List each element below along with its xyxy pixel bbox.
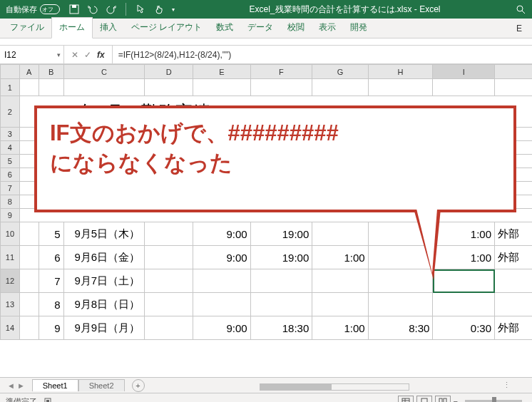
- sheet-tab-bar: ◄ ► Sheet1 Sheet2 + ⋮: [0, 377, 532, 393]
- row-9[interactable]: 9: [1, 209, 20, 222]
- svg-point-2: [517, 6, 523, 11]
- col-A[interactable]: A: [19, 65, 39, 79]
- annotation-callout: IF文のおかげで、######### にならなくなった: [34, 105, 516, 212]
- window-title: Excel_残業時間の合計を計算するには.xlsx - Excel: [175, 4, 515, 16]
- svg-rect-9: [421, 398, 427, 402]
- sheet-options-icon[interactable]: ⋮: [503, 381, 532, 390]
- macro-record-icon[interactable]: [44, 396, 54, 402]
- col-B[interactable]: B: [39, 65, 63, 79]
- svg-rect-11: [444, 398, 446, 402]
- row-11[interactable]: 11: [1, 246, 20, 269]
- status-bar: 準備完了 −: [0, 393, 532, 402]
- autosave-toggle[interactable]: 自動保存 オフ: [3, 4, 63, 15]
- column-headers: A B C D E F G H I: [1, 65, 533, 79]
- tab-data[interactable]: データ: [240, 18, 280, 38]
- view-pagelayout-icon[interactable]: [416, 396, 432, 402]
- cancel-icon[interactable]: ✕: [71, 50, 78, 60]
- tab-developer[interactable]: 開発: [343, 18, 374, 38]
- svg-rect-1: [72, 5, 76, 8]
- undo-icon[interactable]: [87, 4, 98, 15]
- row-13[interactable]: 13: [1, 293, 20, 316]
- row-2[interactable]: 2: [1, 96, 20, 128]
- row-4[interactable]: 4: [1, 141, 20, 155]
- col-E[interactable]: E: [193, 65, 250, 79]
- tab-insert[interactable]: 挿入: [93, 18, 124, 38]
- col-F[interactable]: F: [250, 65, 312, 79]
- view-normal-icon[interactable]: [398, 396, 414, 402]
- hscroll[interactable]: [260, 383, 409, 391]
- row-5[interactable]: 5: [1, 155, 20, 168]
- status-ready: 準備完了: [6, 396, 37, 403]
- row-14[interactable]: 14: [1, 316, 20, 340]
- row-1[interactable]: 1: [1, 79, 20, 96]
- sheet-next-icon[interactable]: ►: [17, 381, 25, 390]
- table-row: 14 9 9月9日（月） 9:00 18:30 1:00 8:30 0:30 外…: [1, 316, 533, 340]
- tab-file[interactable]: ファイル: [3, 18, 51, 38]
- row-6[interactable]: 6: [1, 168, 20, 182]
- col-G[interactable]: G: [312, 65, 368, 79]
- quick-access-toolbar: ▾: [68, 3, 175, 16]
- col-blank[interactable]: [495, 65, 533, 79]
- row-10[interactable]: 10: [1, 222, 20, 246]
- row-8[interactable]: 8: [1, 195, 20, 209]
- ribbon-tabs: ファイル ホーム 挿入 ページ レイアウト 数式 データ 校閲 表示 開発 E: [0, 19, 532, 38]
- sheet-tab-2[interactable]: Sheet2: [78, 379, 125, 391]
- enter-icon[interactable]: ✓: [84, 50, 91, 60]
- title-bar: 自動保存 オフ ▾ Excel_残業時間の合計を計算するには.xlsx - Ex…: [0, 0, 532, 19]
- zoom-out-icon[interactable]: −: [454, 397, 458, 402]
- table-row: 12 7 9月7日（土）: [1, 269, 533, 293]
- search-icon[interactable]: [515, 4, 526, 15]
- ribbon-right-letter: E: [509, 20, 529, 38]
- col-H[interactable]: H: [368, 65, 433, 79]
- col-C[interactable]: C: [63, 65, 144, 79]
- formula-bar: I12 ✕ ✓ fx =IF(H12>(8/24),H12-(8/24),""): [0, 46, 532, 64]
- tab-home[interactable]: ホーム: [51, 17, 93, 38]
- callout-line1: IF文のおかげで、#########: [50, 118, 501, 148]
- redo-icon[interactable]: [106, 4, 117, 15]
- save-icon[interactable]: [68, 4, 80, 15]
- formula-input[interactable]: =IF(H12>(8/24),H12-(8/24),""): [113, 46, 532, 63]
- svg-line-3: [522, 11, 525, 14]
- tab-review[interactable]: 校閲: [280, 18, 312, 38]
- worksheet-grid[interactable]: A B C D E F G H I 1 2 2019年9月の勤務実績 3 4 5…: [0, 64, 532, 377]
- row-12[interactable]: 12: [1, 269, 20, 293]
- table-row: 11 6 9月6日（金） 9:00 19:00 1:00 1:00 外部: [1, 246, 533, 269]
- col-D[interactable]: D: [145, 65, 193, 79]
- selected-cell[interactable]: [433, 269, 495, 293]
- add-sheet-button[interactable]: +: [132, 379, 145, 392]
- view-pagebreak-icon[interactable]: [435, 396, 451, 402]
- fx-icon[interactable]: fx: [97, 50, 105, 60]
- tab-formulas[interactable]: 数式: [209, 18, 240, 38]
- cursor-icon[interactable]: [135, 4, 146, 15]
- tab-pagelayout[interactable]: ページ レイアウト: [124, 18, 209, 38]
- table-row: 10 5 9月5日（木） 9:00 19:00 1:00 外部: [1, 222, 533, 246]
- name-box[interactable]: I12: [0, 46, 64, 63]
- tab-view[interactable]: 表示: [312, 18, 343, 38]
- table-row: 13 8 9月8日（日）: [1, 293, 533, 316]
- sheet-prev-icon[interactable]: ◄: [7, 381, 15, 390]
- svg-rect-10: [439, 398, 442, 402]
- callout-line2: にならなくなった: [50, 148, 501, 178]
- row-3[interactable]: 3: [1, 128, 20, 141]
- sheet-tab-active[interactable]: Sheet1: [32, 379, 78, 391]
- autosave-label: 自動保存: [6, 4, 37, 15]
- autosave-state: オフ: [40, 4, 60, 14]
- touch-icon[interactable]: [153, 4, 165, 15]
- select-all-cell[interactable]: [1, 65, 20, 79]
- row-7[interactable]: 7: [1, 182, 20, 195]
- col-I[interactable]: I: [433, 65, 495, 79]
